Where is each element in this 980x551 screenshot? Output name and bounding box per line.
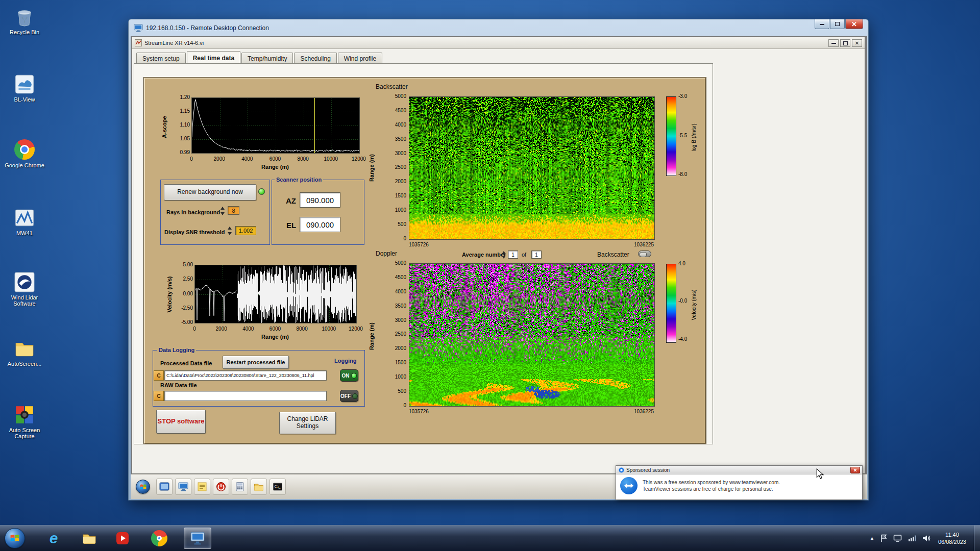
desktop-icon-label: Auto Screen Capture xyxy=(1,427,48,439)
show-hidden-icons-button[interactable]: ▲ xyxy=(870,536,874,541)
remote-app-window-icon[interactable] xyxy=(156,479,173,495)
ascope-y-axis-label: A-scope xyxy=(160,104,168,150)
change-lidar-settings-button[interactable]: Change LiDAR Settings xyxy=(279,412,336,434)
desktop-icon-label: AutoScreen... xyxy=(1,361,48,367)
taskbar-media-player-icon[interactable] xyxy=(111,528,134,549)
tick-label: 4000 xyxy=(395,289,406,295)
remote-power-icon[interactable] xyxy=(213,479,229,495)
desktop-icon-recycle-bin[interactable]: Recycle Bin xyxy=(1,6,48,35)
tick-label: 1.20 xyxy=(180,94,190,101)
doppler-y-ticks: 5000450040003500300025002000150010005000 xyxy=(381,260,406,409)
chrome-icon xyxy=(14,139,35,161)
desktop-icon-wind-lidar[interactable]: Wind Lidar Software xyxy=(1,271,48,307)
remote-start-button[interactable] xyxy=(136,480,150,494)
tick-label: 0 xyxy=(403,403,406,409)
popup-message-line1: This was a free session sponsored by www… xyxy=(643,479,780,486)
stop-software-button[interactable]: STOP software xyxy=(156,410,206,434)
app-restore-button[interactable] xyxy=(840,39,850,47)
remote-folder-icon[interactable] xyxy=(251,479,267,495)
taskbar-ie-icon[interactable]: e xyxy=(42,528,65,549)
taskbar-explorer-icon[interactable] xyxy=(78,528,101,549)
tray-rdp-icon[interactable] xyxy=(893,534,902,542)
remote-cmd-icon[interactable]: C:\_ xyxy=(270,479,286,495)
popup-close-button[interactable]: ✕ xyxy=(850,467,860,473)
restart-processed-file-button[interactable]: Restart processed file xyxy=(223,356,289,369)
velocity-y-ticks: 5.002.500.00-2.50-5.00 xyxy=(174,262,193,325)
tick-label: 6000 xyxy=(265,156,285,162)
desktop-icon-autoscreen[interactable]: AutoScreen... xyxy=(1,338,48,367)
app-minimize-button[interactable] xyxy=(828,39,839,47)
tick-label: 2500 xyxy=(395,331,406,337)
average-number-field[interactable]: 1 xyxy=(508,251,518,259)
tick-label: 0.00 xyxy=(183,291,193,297)
tick-label: 4500 xyxy=(395,274,406,281)
taskbar-clock[interactable]: 11:40 06/08/2023 xyxy=(938,531,966,546)
clock-date: 06/08/2023 xyxy=(938,538,966,545)
backscatter-toggle-switch[interactable] xyxy=(638,251,651,257)
app-window-icon xyxy=(135,39,142,46)
processed-path-field[interactable]: C:\Lidar\Data\Proc\2023\202308\20230806\… xyxy=(164,370,327,381)
rays-spinner[interactable] xyxy=(220,207,226,215)
raw-logging-toggle[interactable]: OFF xyxy=(340,390,358,402)
tick-label: 2000 xyxy=(211,326,232,332)
tab-real-time-data[interactable]: Real time data xyxy=(187,51,240,63)
remote-display-icon[interactable] xyxy=(175,479,191,495)
rdp-title-bar[interactable]: 192.168.0.150 - Remote Desktop Connectio… xyxy=(129,19,868,36)
remote-calculator-icon[interactable] xyxy=(232,479,248,495)
doppler-x-end: 1036225 xyxy=(587,409,654,414)
on-led xyxy=(351,373,357,379)
snr-spinner[interactable] xyxy=(228,227,233,235)
tab-temp-humidity[interactable]: Temp/humidity xyxy=(241,53,293,63)
el-value-field[interactable]: 090.000 xyxy=(300,217,340,232)
start-button[interactable] xyxy=(5,528,25,548)
average-of-field[interactable]: 1 xyxy=(531,251,542,259)
tick-label: 4000 xyxy=(395,122,406,128)
velocity-y-axis-label: Velocity (m/s) xyxy=(165,267,174,321)
on-label: ON xyxy=(342,373,350,379)
popup-icon xyxy=(619,467,624,473)
show-desktop-button[interactable] xyxy=(974,525,980,551)
tick-label: 500 xyxy=(398,221,406,228)
tab-scheduling[interactable]: Scheduling xyxy=(294,53,336,63)
colorbar-tick: -4.0 xyxy=(678,336,687,342)
taskbar-chrome-icon[interactable] xyxy=(148,528,171,549)
average-number-spinner[interactable] xyxy=(502,251,507,259)
tick-label: 1500 xyxy=(395,193,406,199)
tick-label: 1.05 xyxy=(180,136,190,142)
rdp-minimize-button[interactable] xyxy=(815,19,829,29)
remote-notes-icon[interactable] xyxy=(194,479,210,495)
streamline-app-window: StreamLine XR v14-6.vi ✕ System setup Re… xyxy=(132,37,865,474)
lidar-panel: A-scope 1.201.151.101.050.99 02000400060… xyxy=(144,78,706,444)
tab-wind-profile[interactable]: Wind profile xyxy=(338,53,382,63)
raw-path-field[interactable] xyxy=(164,391,327,401)
network-icon[interactable] xyxy=(908,534,916,542)
app-close-button[interactable]: ✕ xyxy=(852,39,862,47)
velocity-x-axis-label: Range (m) xyxy=(194,334,356,340)
app-title-bar[interactable]: StreamLine XR v14-6.vi ✕ xyxy=(132,37,865,49)
velocity-chart xyxy=(194,265,357,323)
processed-logging-toggle[interactable]: ON xyxy=(340,369,358,382)
rays-value-field[interactable]: 8 xyxy=(228,206,239,215)
taskbar: e ▲ 11:40 06/08/2023 xyxy=(0,525,980,551)
az-value-field[interactable]: 090.000 xyxy=(300,192,340,208)
desktop-icon-bl-view[interactable]: BL-View xyxy=(1,73,48,103)
backscatter-x-start: 1035726 xyxy=(409,242,429,247)
desktop-icon-mw41[interactable]: MW41 xyxy=(1,207,48,236)
colorbar-tick: -5.5 xyxy=(678,133,687,138)
processed-data-file-label: Processed Data file xyxy=(160,360,212,366)
processed-drive-button[interactable]: C xyxy=(154,370,164,381)
system-tray: ▲ 11:40 06/08/2023 xyxy=(870,525,980,551)
desktop-icon-google-chrome[interactable]: Google Chrome xyxy=(1,139,48,168)
renew-background-button[interactable]: Renew background now xyxy=(164,184,256,201)
raw-drive-button[interactable]: C xyxy=(154,391,164,401)
desktop-icon-auto-screen-capture[interactable]: Auto Screen Capture xyxy=(1,404,48,439)
rdp-maximize-button[interactable] xyxy=(830,19,845,29)
popup-message-line2: TeamViewer sessions are free of charge f… xyxy=(643,486,780,493)
tab-system-setup[interactable]: System setup xyxy=(136,53,186,63)
rdp-close-button[interactable]: ✕ xyxy=(845,19,863,29)
volume-icon[interactable] xyxy=(922,534,930,542)
taskbar-rdp-icon[interactable] xyxy=(184,528,211,549)
snr-value-field[interactable]: 1.002 xyxy=(235,226,256,235)
tick-label: 500 xyxy=(398,388,406,394)
action-center-flag-icon[interactable] xyxy=(880,534,888,542)
